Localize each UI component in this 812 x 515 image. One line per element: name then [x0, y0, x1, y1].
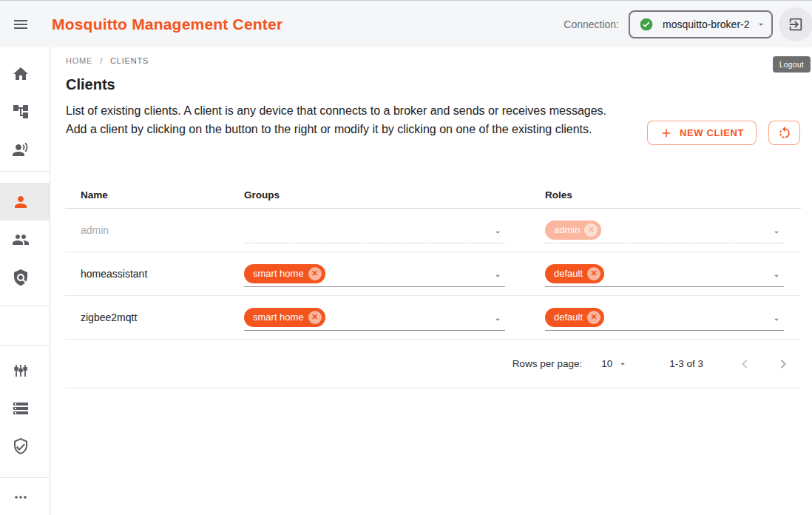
sidebar-item-clients[interactable]	[0, 183, 50, 221]
home-icon	[12, 65, 30, 83]
groups-select[interactable]: smart home ✕	[244, 260, 505, 287]
connection-label: Connection:	[564, 18, 619, 30]
chevron-down-icon	[771, 271, 782, 281]
app-bar: Mosquitto Management Center Connection: …	[0, 0, 812, 47]
pagination-range: 1-3 of 3	[669, 358, 703, 369]
roles-select[interactable]: admin ✕	[545, 217, 784, 243]
sidebar-item-streams[interactable]	[0, 389, 50, 427]
storage-list-icon	[12, 400, 30, 417]
chip-delete-icon[interactable]: ✕	[584, 223, 598, 237]
table-header-row: Name Groups Roles	[65, 182, 801, 209]
chevron-down-icon	[756, 19, 766, 30]
topic-tree-icon	[12, 103, 30, 121]
chevron-down-icon	[771, 227, 782, 238]
more-horiz-icon	[12, 488, 30, 506]
chevron-down-icon	[771, 314, 782, 325]
page-actions: NEW CLIENT	[647, 121, 800, 145]
role-chip-label: default	[554, 312, 583, 323]
connection-select[interactable]: mosquitto-broker-2	[629, 10, 773, 38]
column-header-groups: Groups	[244, 189, 545, 201]
group-chip: smart home ✕	[244, 308, 325, 327]
app-title: Mosquitto Management Center	[52, 16, 282, 33]
breadcrumb-separator: /	[100, 56, 103, 65]
chevron-down-icon[interactable]	[618, 359, 628, 369]
chip-delete-icon[interactable]: ✕	[308, 267, 322, 280]
record-voice-over-icon	[12, 141, 30, 158]
table-pagination: Rows per page: 10 1-3 of 3	[65, 340, 801, 388]
rows-per-page-label: Rows per page:	[512, 358, 583, 369]
chevron-left-icon	[736, 355, 754, 373]
client-name: admin	[65, 224, 244, 236]
breadcrumb: HOME / CLIENTS	[66, 56, 812, 65]
previous-page-button[interactable]	[736, 355, 754, 373]
connection-status-check-icon	[639, 17, 654, 32]
tune-sliders-icon	[12, 362, 30, 380]
groups-select[interactable]	[244, 217, 505, 243]
column-header-name: Name	[65, 189, 244, 201]
breadcrumb-current: CLIENTS	[110, 56, 149, 65]
page-title: Clients	[66, 76, 812, 93]
sidebar-item-more[interactable]	[0, 478, 50, 515]
group-chip: smart home ✕	[244, 264, 325, 283]
sidebar-item-roles[interactable]	[0, 258, 50, 296]
sidebar-item-client-connections[interactable]	[0, 130, 50, 168]
chip-delete-icon[interactable]: ✕	[587, 311, 600, 324]
exit-to-app-icon	[788, 16, 804, 33]
group-chip-label: smart home	[253, 268, 304, 279]
hamburger-menu-icon[interactable]	[12, 16, 30, 33]
role-chip: default ✕	[545, 264, 604, 283]
role-chip-label: admin	[554, 224, 580, 235]
group-chip-label: smart home	[253, 312, 304, 323]
verified-shield-icon	[12, 437, 30, 455]
sidebar	[0, 47, 50, 515]
rotate-left-icon	[777, 126, 792, 141]
plus-icon	[660, 127, 673, 140]
logout-tooltip: Logout	[773, 56, 811, 73]
breadcrumb-home[interactable]: HOME	[66, 56, 92, 65]
role-chip: admin ✕	[545, 221, 601, 240]
refresh-button[interactable]	[768, 121, 800, 145]
policy-shield-icon	[12, 269, 30, 286]
client-name: homeassistant	[65, 268, 244, 280]
chevron-down-icon	[493, 314, 503, 325]
table-row-homeassistant[interactable]: homeassistant smart home ✕ default ✕	[65, 252, 801, 296]
sidebar-item-topology[interactable]	[0, 92, 50, 130]
connection-value: mosquitto-broker-2	[663, 18, 750, 30]
person-icon	[12, 193, 30, 211]
sidebar-item-home[interactable]	[0, 55, 50, 92]
groups-select[interactable]: smart home ✕	[244, 304, 505, 331]
column-header-roles: Roles	[545, 189, 801, 201]
roles-select[interactable]: default ✕	[545, 260, 784, 287]
clients-table: Name Groups Roles admin admin ✕	[65, 182, 801, 388]
role-chip-label: default	[554, 268, 583, 279]
people-icon	[12, 231, 30, 249]
chip-delete-icon[interactable]: ✕	[587, 267, 600, 280]
roles-select[interactable]: default ✕	[545, 304, 784, 331]
new-client-button-label: NEW CLIENT	[680, 127, 744, 138]
chevron-right-icon	[774, 355, 792, 373]
table-row-zigbee2mqtt[interactable]: zigbee2mqtt smart home ✕ default ✕	[65, 296, 801, 340]
topbar-right: Connection: mosquitto-broker-2	[564, 7, 812, 41]
next-page-button[interactable]	[774, 355, 792, 373]
sidebar-item-settings[interactable]	[0, 351, 50, 389]
logout-button[interactable]	[779, 7, 812, 41]
sidebar-item-groups[interactable]	[0, 221, 50, 258]
client-name: zigbee2mqtt	[65, 312, 244, 323]
table-row-admin[interactable]: admin admin ✕	[65, 209, 801, 252]
chevron-down-icon	[493, 271, 503, 281]
new-client-button[interactable]: NEW CLIENT	[647, 121, 757, 145]
sidebar-item-security[interactable]	[0, 427, 50, 465]
rows-per-page-value[interactable]: 10	[601, 358, 612, 369]
role-chip: default ✕	[545, 308, 604, 327]
main-content: HOME / CLIENTS Logout Clients List of ex…	[50, 47, 812, 515]
chevron-down-icon	[493, 227, 503, 238]
chip-delete-icon[interactable]: ✕	[308, 311, 322, 324]
page-description: List of existing clients. A client is an…	[66, 101, 613, 138]
